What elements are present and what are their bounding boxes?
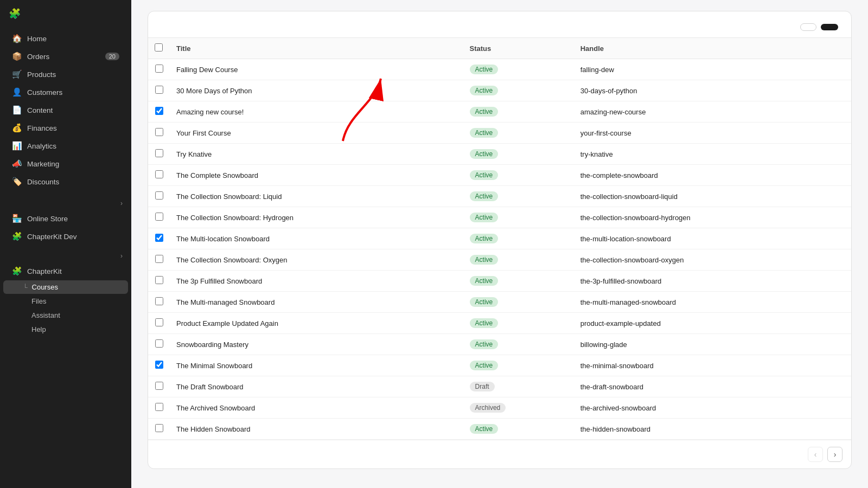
sidebar-nav: 🏠 Home 📦 Orders 20 🛒 Products 👤 Customer… (0, 27, 131, 193)
row-checkbox-0[interactable] (155, 65, 163, 73)
sidebar-sub-label-courses: Courses (32, 283, 58, 291)
online-store-icon: 🏪 (12, 214, 22, 223)
row-checkbox-6[interactable] (155, 191, 163, 200)
main-area: Title Status Handle Falling Dew Course A… (131, 0, 868, 488)
table-row: The Hidden Snowboard Active the-hidden-s… (148, 419, 851, 440)
row-checkbox-cell-8 (148, 228, 170, 249)
row-title-0: Falling Dew Course (170, 59, 463, 80)
status-badge-1: Active (470, 86, 499, 95)
row-status-2: Active (463, 101, 574, 123)
select-all-checkbox[interactable] (155, 43, 163, 52)
sidebar-item-finances[interactable]: 💰 Finances (3, 119, 128, 137)
status-badge-0: Active (470, 65, 499, 74)
row-handle-15: the-draft-snowboard (574, 376, 851, 397)
sidebar-sub-label-files: Files (31, 297, 46, 305)
row-handle-1: 30-days-of-python (574, 80, 851, 101)
row-title-10: The 3p Fulfilled Snowboard (170, 271, 463, 292)
sidebar-sub-item-courses[interactable]: └Courses (3, 280, 128, 294)
row-title-15: The Draft Snowboard (170, 376, 463, 397)
status-badge-15: Draft (470, 382, 495, 391)
row-title-5: The Complete Snowboard (170, 165, 463, 186)
row-checkbox-cell-10 (148, 271, 170, 292)
row-checkbox-3[interactable] (155, 128, 163, 136)
save-button[interactable] (821, 24, 838, 30)
sidebar-label-customers: Customers (27, 88, 62, 97)
row-title-12: Product Example Updated Again (170, 313, 463, 334)
row-checkbox-10[interactable] (155, 276, 163, 284)
sidebar-label-finances: Finances (27, 124, 57, 132)
table-row: The Collection Snowboard: Liquid Active … (148, 186, 851, 207)
content-area: Title Status Handle Falling Dew Course A… (131, 0, 868, 488)
row-checkbox-cell-2 (148, 101, 170, 123)
row-checkbox-17[interactable] (155, 424, 163, 432)
status-badge-6: Active (470, 191, 499, 201)
row-status-10: Active (463, 271, 574, 292)
row-handle-7: the-collection-snowboard-hydrogen (574, 207, 851, 228)
row-status-3: Active (463, 123, 574, 144)
status-badge-2: Active (470, 107, 499, 117)
sidebar-item-analytics[interactable]: 📊 Analytics (3, 137, 128, 155)
th-status: Status (463, 38, 574, 59)
sidebar-label-orders: Orders (27, 53, 49, 61)
status-badge-9: Active (470, 255, 499, 265)
row-checkbox-12[interactable] (155, 318, 163, 326)
table-row: Try Knative Active try-knative (148, 144, 851, 165)
table-row: Amazing new course! Active amazing-new-c… (148, 101, 851, 123)
products-table: Title Status Handle Falling Dew Course A… (148, 37, 851, 440)
sidebar-item-home[interactable]: 🏠 Home (3, 30, 128, 47)
sidebar-item-online-store[interactable]: 🏪 Online Store (3, 210, 128, 227)
sidebar-label-discounts: Discounts (27, 178, 59, 186)
panel-title-area (161, 22, 168, 24)
row-checkbox-cell-14 (148, 355, 170, 376)
sidebar-item-chapterkit-dev[interactable]: 🧩 ChapterKit Dev (3, 228, 128, 245)
row-checkbox-cell-9 (148, 249, 170, 271)
row-title-8: The Multi-location Snowboard (170, 228, 463, 249)
row-checkbox-4[interactable] (155, 149, 163, 157)
row-title-9: The Collection Snowboard: Oxygen (170, 249, 463, 271)
sidebar-label-content: Content (27, 106, 53, 114)
sales-channels-chevron: › (120, 200, 123, 207)
row-checkbox-5[interactable] (155, 170, 163, 178)
sidebar-sub-item-assistant[interactable]: Assistant (3, 309, 128, 322)
row-checkbox-15[interactable] (155, 382, 163, 390)
sidebar-item-customers[interactable]: 👤 Customers (3, 84, 128, 101)
sidebar-sub-item-help[interactable]: Help (3, 323, 128, 336)
sidebar-label-online-store: Online Store (27, 215, 68, 223)
row-checkbox-7[interactable] (155, 213, 163, 221)
sidebar-item-discounts[interactable]: 🏷️ Discounts (3, 173, 128, 190)
row-title-4: Try Knative (170, 144, 463, 165)
row-checkbox-8[interactable] (155, 234, 163, 242)
row-status-14: Active (463, 355, 574, 376)
table-row: The Multi-location Snowboard Active the-… (148, 228, 851, 249)
sidebar-sub-label-help: Help (31, 325, 46, 333)
tree-connector: └ (23, 284, 28, 291)
row-checkbox-14[interactable] (155, 361, 163, 369)
row-title-6: The Collection Snowboard: Liquid (170, 186, 463, 207)
row-title-3: Your First Course (170, 123, 463, 144)
row-checkbox-cell-12 (148, 313, 170, 334)
row-checkbox-2[interactable] (155, 107, 163, 115)
sidebar-sub-item-files[interactable]: Files (3, 294, 128, 308)
sidebar-item-orders[interactable]: 📦 Orders 20 (3, 48, 128, 65)
row-title-11: The Multi-managed Snowboard (170, 292, 463, 313)
sidebar-item-products[interactable]: 🛒 Products (3, 66, 128, 83)
row-status-5: Active (463, 165, 574, 186)
prev-page-button[interactable]: ‹ (808, 447, 823, 462)
row-status-1: Active (463, 80, 574, 101)
sidebar-item-chapterkit[interactable]: 🧩 ChapterKit (3, 262, 128, 280)
row-checkbox-cell-17 (148, 419, 170, 440)
row-checkbox-cell-11 (148, 292, 170, 313)
row-checkbox-16[interactable] (155, 403, 163, 411)
row-checkbox-cell-6 (148, 186, 170, 207)
row-checkbox-13[interactable] (155, 339, 163, 348)
table-row: Snowboarding Mastery Active billowing-gl… (148, 334, 851, 355)
sidebar-item-content[interactable]: 📄 Content (3, 101, 128, 119)
sidebar-label-marketing: Marketing (27, 160, 59, 168)
status-badge-5: Active (470, 170, 499, 180)
row-checkbox-11[interactable] (155, 297, 163, 305)
cancel-button[interactable] (800, 23, 816, 31)
next-page-button[interactable]: › (827, 447, 843, 462)
sidebar-item-marketing[interactable]: 📣 Marketing (3, 155, 128, 172)
row-checkbox-1[interactable] (155, 86, 163, 94)
row-checkbox-9[interactable] (155, 255, 163, 263)
